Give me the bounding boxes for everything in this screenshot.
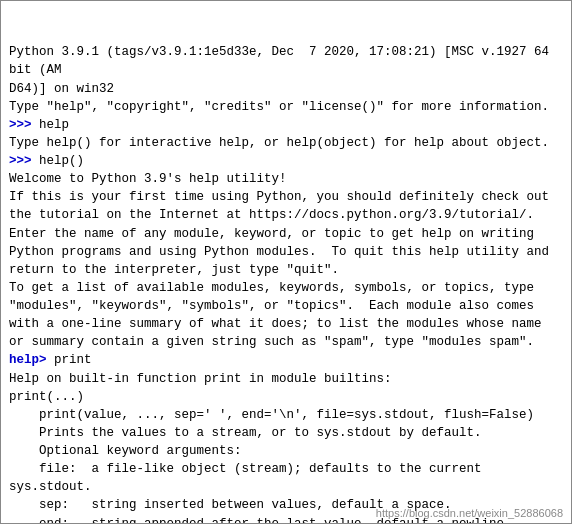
output-line: the tutorial on the Internet at https://… [9, 206, 563, 224]
output-line: Optional keyword arguments: [9, 442, 563, 460]
output-line: print(...) [9, 388, 563, 406]
output-line: To get a list of available modules, keyw… [9, 279, 563, 297]
output-line: "modules", "keywords", "symbols", or "to… [9, 297, 563, 315]
prompt-line: >>> help [9, 116, 563, 134]
output-line: print(value, ..., sep=' ', end='\n', fil… [9, 406, 563, 424]
output-line: with a one-line summary of what it does;… [9, 315, 563, 333]
output-line: Enter the name of any module, keyword, o… [9, 225, 563, 243]
output-line: or summary contain a given string such a… [9, 333, 563, 351]
output-line: Python 3.9.1 (tags/v3.9.1:1e5d33e, Dec 7… [9, 43, 563, 79]
output-line: Welcome to Python 3.9's help utility! [9, 170, 563, 188]
output-line: file: a file-like object (stream); defau… [9, 460, 563, 496]
prompt-marker: >>> [9, 154, 32, 168]
output-line: return to the interpreter, just type "qu… [9, 261, 563, 279]
prompt-line: help> print [9, 351, 563, 369]
watermark: https://blog.csdn.net/weixin_52886068 [376, 507, 563, 519]
output-line: If this is your first time using Python,… [9, 188, 563, 206]
prompt-line: >>> help() [9, 152, 563, 170]
output-line: D64)] on win32 [9, 80, 563, 98]
python-terminal-window: Python 3.9.1 (tags/v3.9.1:1e5d33e, Dec 7… [0, 0, 572, 524]
output-line: Python programs and using Python modules… [9, 243, 563, 261]
output-line: Help on built-in function print in modul… [9, 370, 563, 388]
terminal-output[interactable]: Python 3.9.1 (tags/v3.9.1:1e5d33e, Dec 7… [1, 1, 571, 523]
output-line: Type "help", "copyright", "credits" or "… [9, 98, 563, 116]
output-line: Prints the values to a stream, or to sys… [9, 424, 563, 442]
prompt-marker: >>> [9, 118, 32, 132]
output-line: Type help() for interactive help, or hel… [9, 134, 563, 152]
prompt-marker: help> [9, 353, 47, 367]
